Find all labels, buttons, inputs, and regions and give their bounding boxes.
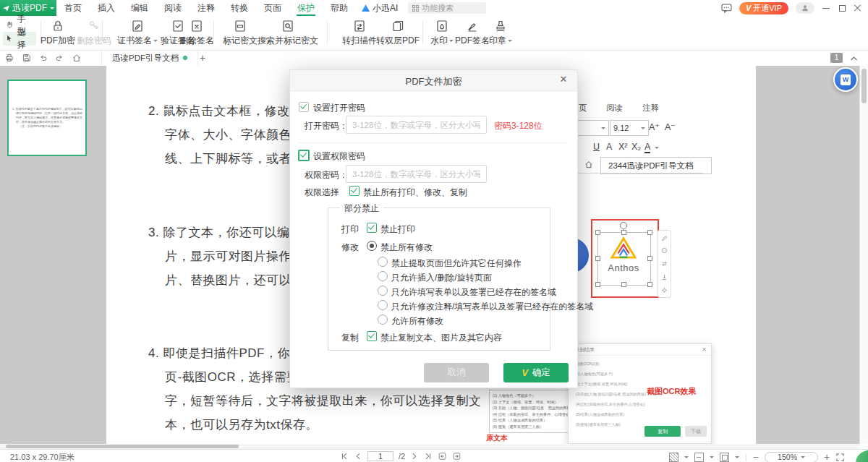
vip-button[interactable]: V 开通VIP (739, 2, 788, 14)
reading-background-button[interactable] (669, 453, 678, 462)
modify-option-label: 只允许修改注释/填写表单以及签署已经存在的签名域 (391, 301, 593, 313)
feedback-chat-icon[interactable] (721, 4, 732, 13)
helper-corner-button[interactable] (853, 450, 868, 462)
ocr-download-button[interactable]: 下载 (685, 426, 707, 437)
open-password-input[interactable] (346, 116, 487, 134)
print-icon[interactable] (4, 53, 14, 63)
horizontal-scrollbar-thumb[interactable] (6, 445, 239, 448)
ai-assistant-button[interactable]: 小迅AI (356, 2, 404, 14)
permission-password-input[interactable] (346, 165, 487, 183)
forbid-all-modify-radio[interactable] (367, 241, 377, 251)
window-minimize-button[interactable] (822, 4, 830, 12)
window-close-button[interactable] (854, 4, 862, 12)
like-icon[interactable] (661, 247, 668, 254)
add-tab-button[interactable]: + (200, 51, 205, 65)
selection-handle[interactable] (647, 282, 652, 287)
selection-handle[interactable] (621, 282, 626, 287)
doc-tab[interactable]: 迅读PDF引导文档 (101, 51, 198, 65)
selected-image-frame[interactable]: Anthos (591, 219, 659, 298)
modify-option-radio[interactable] (378, 257, 388, 267)
menu-help[interactable]: 帮助 (323, 0, 356, 16)
prev-page-icon[interactable] (354, 452, 362, 461)
next-page-icon[interactable] (410, 452, 419, 461)
confirm-button[interactable]: V 确定 (503, 363, 569, 382)
edit-icon[interactable] (661, 234, 668, 241)
modify-option-radio[interactable] (378, 300, 388, 310)
download-icon[interactable] (661, 274, 668, 281)
cancel-button[interactable]: 取消 (424, 363, 489, 382)
dropdown-ca ret-icon (655, 147, 659, 149)
embed-tab-page: 页 (579, 103, 587, 114)
ocr-close-icon[interactable]: ✕ (702, 346, 707, 353)
pdf-encrypt-button[interactable]: PDF加密 (41, 19, 75, 47)
selection-handle[interactable] (595, 282, 600, 287)
open-password-checkbox[interactable] (299, 102, 309, 112)
pdf-to-word-fab[interactable]: W (833, 67, 858, 92)
to-scan-button[interactable]: 转扫描件 (342, 19, 377, 47)
redo-icon[interactable] (54, 53, 64, 63)
page-thumbnail[interactable]: 1. 迅读PDF整合了强大的PDF编辑能力，你可以像Word一样 随心所欲地编辑… (7, 80, 87, 156)
dialog-close-button[interactable]: ✕ (558, 74, 569, 85)
dialog-titlebar[interactable]: PDF文件加密 ✕ (290, 70, 577, 91)
zoom-level-dropdown[interactable]: 150% (765, 452, 818, 462)
search-redact-button[interactable]: 搜索并标记密文 (258, 19, 318, 47)
forbid-all-label: 禁止所有打印、修改、复制 (363, 187, 467, 199)
fullscreen-icon[interactable] (835, 453, 845, 462)
selection-handle[interactable] (595, 230, 600, 235)
zoom-out-button[interactable]: − (753, 451, 759, 462)
menu-read[interactable]: 阅读 (156, 0, 190, 16)
selection-handle[interactable] (621, 230, 626, 235)
home-icon[interactable] (72, 53, 82, 63)
cert-sign-button[interactable]: 证书签名 (117, 19, 158, 47)
page-number-input[interactable] (367, 451, 393, 461)
to-double-layer-button[interactable]: 转双层PDF (376, 19, 420, 47)
menu-annotate[interactable]: 注释 (190, 0, 223, 16)
user-avatar[interactable] (796, 2, 814, 14)
modify-option-radio[interactable] (378, 271, 388, 281)
window-maximize-button[interactable] (838, 4, 846, 12)
settings-icon[interactable] (661, 287, 668, 294)
stamp-label: 印章 (489, 35, 506, 47)
forbid-all-modify-label: 禁止所有修改 (380, 241, 433, 254)
modify-option-radio[interactable] (378, 315, 388, 325)
image-mini-toolbar[interactable] (658, 230, 671, 298)
last-page-icon[interactable] (424, 452, 433, 461)
menu-insert[interactable]: 插入 (90, 0, 123, 16)
modify-option-radio[interactable] (378, 286, 388, 296)
undo-icon[interactable] (38, 53, 48, 63)
page-view-mode-button[interactable] (694, 453, 704, 462)
view-forward-icon[interactable] (452, 452, 461, 461)
zoom-in-button[interactable]: + (824, 451, 830, 462)
menu-home[interactable]: 首页 (56, 0, 90, 16)
save-icon[interactable] (22, 53, 32, 63)
select-tool-button[interactable]: 选择 (3, 32, 36, 46)
dropdown-caret-icon (710, 456, 714, 458)
ocr-copy-button[interactable]: 复制 (644, 426, 681, 437)
stamp-button[interactable]: 印章 (489, 19, 512, 47)
mark-redact-button[interactable]: 标记密文 (223, 19, 258, 47)
replace-icon[interactable] (661, 260, 668, 267)
menu-protect[interactable]: 保护 (289, 0, 323, 16)
selection-handle[interactable] (647, 256, 652, 261)
feature-search-box[interactable]: 功能搜索 (408, 2, 486, 14)
menu-edit[interactable]: 编辑 (123, 0, 156, 16)
forbid-print-checkbox[interactable] (367, 223, 377, 233)
horizontal-scrollbar[interactable] (0, 444, 859, 449)
pdf-sign-button[interactable]: PDF签名 (455, 19, 490, 47)
selection-handle[interactable] (647, 230, 652, 235)
menu-convert[interactable]: 转换 (223, 0, 256, 16)
forbid-all-checkbox[interactable] (349, 186, 359, 196)
forbid-copy-checkbox[interactable] (367, 331, 377, 341)
watermark-button[interactable]: 水印 (430, 19, 454, 47)
first-page-icon[interactable] (340, 452, 349, 461)
menu-page[interactable]: 页面 (256, 0, 289, 16)
delete-sign-button[interactable]: 删除签名 (179, 19, 214, 47)
collapse-toolbar-icon[interactable] (849, 54, 859, 62)
selection-handle[interactable] (595, 256, 600, 261)
fit-page-button[interactable] (720, 453, 729, 462)
view-back-icon[interactable] (438, 452, 447, 461)
permission-password-checkbox[interactable] (298, 150, 310, 161)
vertical-scrollbar[interactable] (859, 66, 868, 444)
open-password-checkbox-label: 设置打开密码 (313, 102, 365, 114)
vertical-scrollbar-thumb[interactable] (861, 69, 867, 103)
